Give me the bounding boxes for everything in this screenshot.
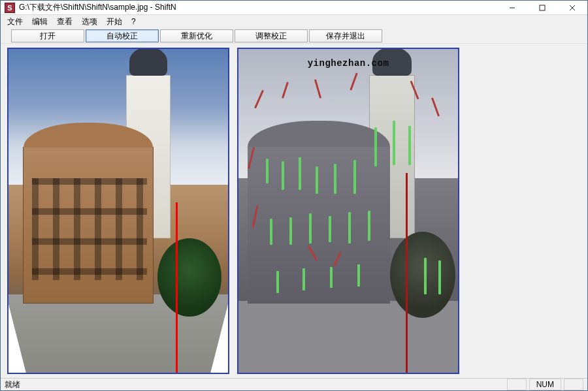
minimize-icon — [509, 5, 515, 11]
analysis-image-panel: yinghezhan.com — [237, 48, 459, 374]
close-button[interactable] — [557, 1, 587, 14]
analysis-image: yinghezhan.com — [238, 49, 458, 373]
maximize-button[interactable] — [527, 1, 557, 14]
menu-file[interactable]: 文件 — [3, 15, 27, 29]
client-area: yinghezhan.com — [1, 44, 587, 378]
reoptimize-button[interactable]: 重新优化 — [160, 29, 233, 42]
menu-help[interactable]: ? — [127, 16, 140, 27]
menu-edit[interactable]: 编辑 — [28, 15, 52, 29]
watermark-text: yinghezhan.com — [238, 58, 458, 69]
app-icon: S — [5, 3, 15, 13]
app-window: S G:\下载文件\ShiftN\ShiftN\sample.jpg - Shi… — [0, 0, 588, 391]
vertical-guide-line — [406, 173, 408, 374]
statusbar: 就绪 NUM — [1, 378, 587, 390]
menu-start[interactable]: 开始 — [103, 15, 126, 29]
open-button[interactable]: 打开 — [11, 29, 84, 42]
toolbar: 打开 自动校正 重新优化 调整校正 保存并退出 — [1, 28, 587, 44]
window-title: G:\下载文件\ShiftN\ShiftN\sample.jpg - Shift… — [19, 2, 497, 13]
status-cell-empty-2 — [564, 379, 583, 390]
svg-rect-1 — [540, 5, 545, 10]
close-icon — [569, 5, 576, 11]
maximize-icon — [539, 5, 546, 11]
status-ready: 就绪 — [5, 379, 504, 390]
menu-options[interactable]: 选项 — [78, 15, 101, 29]
window-controls — [497, 1, 587, 14]
menubar: 文件 编辑 查看 选项 开始 ? — [1, 15, 587, 28]
auto-correct-button[interactable]: 自动校正 — [86, 29, 159, 42]
titlebar: S G:\下载文件\ShiftN\ShiftN\sample.jpg - Shi… — [1, 1, 587, 15]
menu-view[interactable]: 查看 — [53, 15, 76, 29]
save-exit-button[interactable]: 保存并退出 — [309, 29, 382, 42]
status-cell-empty — [507, 379, 527, 390]
vertical-guide-line — [176, 202, 178, 374]
original-image — [8, 49, 228, 373]
original-image-panel — [7, 48, 229, 374]
minimize-button[interactable] — [497, 1, 527, 14]
status-numlock: NUM — [529, 379, 561, 390]
adjust-button[interactable]: 调整校正 — [235, 29, 308, 42]
